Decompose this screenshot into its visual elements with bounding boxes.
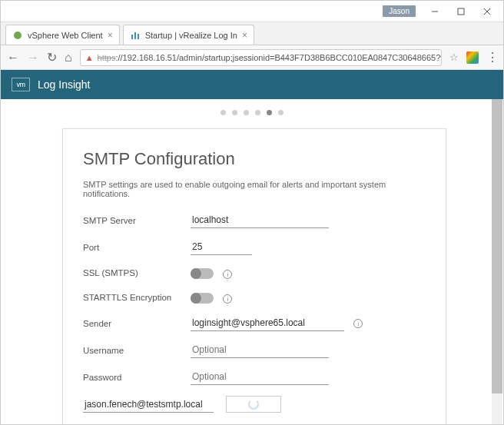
step-dot <box>232 110 237 115</box>
label-username: Username <box>83 346 191 355</box>
row-port: Port <box>83 239 426 255</box>
step-dot <box>278 110 284 115</box>
step-dot-active <box>267 110 272 115</box>
label-starttls: STARTTLS Encryption <box>83 293 191 302</box>
spinner-icon <box>248 399 259 410</box>
tab-close-button[interactable]: × <box>237 30 247 41</box>
info-icon[interactable]: i <box>353 319 363 328</box>
scrollbar[interactable] <box>492 99 502 425</box>
browser-tab-vsphere[interactable]: vSphere Web Client × <box>5 25 120 45</box>
row-username: Username <box>83 342 426 358</box>
test-email-input[interactable] <box>83 397 214 413</box>
test-email-button[interactable] <box>226 396 281 413</box>
tab-title: Startup | vRealize Log In <box>145 31 237 40</box>
row-test-email <box>83 396 426 413</box>
window-titlebar: Jason <box>1 1 503 22</box>
extension-icon[interactable] <box>466 51 479 64</box>
scroll-thumb[interactable] <box>492 99 502 393</box>
username-input[interactable] <box>191 342 329 358</box>
password-input[interactable] <box>191 369 329 385</box>
security-warning-icon: ▲ <box>85 53 94 62</box>
tab-close-button[interactable]: × <box>103 30 113 41</box>
product-name: Log Insight <box>38 78 91 91</box>
starttls-toggle[interactable] <box>191 293 214 304</box>
vmware-logo-icon: vm <box>12 78 30 91</box>
vsphere-favicon-icon <box>12 30 23 41</box>
ssl-toggle[interactable] <box>191 268 214 279</box>
row-smtp-server: SMTP Server <box>83 212 426 228</box>
window-maximize-button[interactable] <box>448 4 474 19</box>
config-card: SMTP Configuration SMTP settings are use… <box>62 128 446 425</box>
svg-rect-5 <box>131 35 133 39</box>
tab-title: vSphere Web Client <box>28 31 103 40</box>
nav-forward-button[interactable]: → <box>27 51 39 65</box>
browser-address-bar: ← → ↻ ⌂ ▲ https://192.168.16.51/admin/st… <box>1 45 503 70</box>
page-description: SMTP settings are used to enable outgoin… <box>83 180 426 198</box>
row-starttls: STARTTLS Encryption i <box>83 291 426 304</box>
sender-input[interactable] <box>191 315 344 331</box>
step-dot <box>220 110 226 115</box>
nav-back-button[interactable]: ← <box>7 51 19 65</box>
row-password: Password <box>83 369 426 385</box>
browser-tab-bar: vSphere Web Client × Startup | vRealize … <box>1 22 503 45</box>
port-input[interactable] <box>191 239 252 255</box>
page-title: SMTP Configuration <box>83 149 426 169</box>
label-ssl: SSL (SMTPS) <box>83 268 191 277</box>
url-rest: ://192.168.16.51/admin/startup;jsessioni… <box>115 53 442 62</box>
info-icon[interactable]: i <box>223 294 232 304</box>
nav-home-button[interactable]: ⌂ <box>65 51 72 65</box>
bookmark-star-icon[interactable]: ☆ <box>449 51 459 63</box>
url-field[interactable]: ▲ https://192.168.16.51/admin/startup;js… <box>80 49 442 66</box>
browser-tab-loginsight[interactable]: Startup | vRealize Log In × <box>123 25 254 45</box>
window-close-button[interactable] <box>474 4 500 19</box>
window-minimize-button[interactable] <box>422 4 448 19</box>
smtp-server-input[interactable] <box>191 212 329 228</box>
info-icon[interactable]: i <box>223 270 232 279</box>
label-sender: Sender <box>83 319 191 328</box>
user-badge: Jason <box>383 5 416 17</box>
svg-rect-1 <box>458 8 464 15</box>
step-dot <box>244 110 249 115</box>
svg-rect-7 <box>138 34 139 39</box>
url-protocol: https <box>98 53 116 62</box>
label-smtp-server: SMTP Server <box>83 216 191 225</box>
content-area: SMTP Configuration SMTP settings are use… <box>1 99 503 425</box>
row-sender: Sender i <box>83 315 426 331</box>
svg-point-4 <box>14 32 22 39</box>
browser-menu-button[interactable]: ⋮ <box>486 50 497 65</box>
svg-rect-6 <box>134 32 136 39</box>
row-ssl: SSL (SMTPS) i <box>83 266 426 280</box>
product-brand-bar: vm Log Insight <box>1 70 503 99</box>
label-password: Password <box>83 373 191 382</box>
nav-reload-button[interactable]: ↻ <box>47 50 57 65</box>
loginsight-favicon-icon <box>130 30 141 41</box>
step-dot <box>255 110 260 115</box>
label-port: Port <box>83 243 191 252</box>
